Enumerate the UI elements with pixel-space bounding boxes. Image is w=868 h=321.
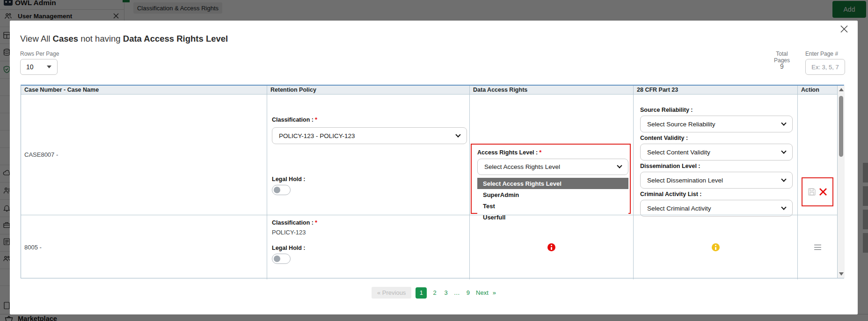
chevron-down-icon	[781, 120, 786, 125]
error-info-icon[interactable]	[547, 243, 555, 251]
table-row: CASE8007 - Classification :* POLICY-123 …	[21, 95, 837, 215]
title-middle: not having	[78, 34, 123, 44]
content-validity-select[interactable]: Select Content Validity	[640, 144, 793, 160]
enter-page-input[interactable]	[805, 59, 845, 75]
cases-table: Case Number - Case Name Retention Policy…	[21, 85, 844, 278]
enter-page-label: Enter Page #	[805, 51, 838, 57]
action-cell	[798, 215, 837, 279]
pagination-next-arrow[interactable]: »	[493, 289, 496, 296]
rows-per-page-value: 10	[26, 63, 34, 71]
scrollbar-thumb[interactable]	[839, 96, 843, 157]
dissemination-level-select[interactable]: Select Dissemination Level	[640, 172, 793, 189]
data-access-rights-cell: Access Rights Level :* Select Access Rig…	[470, 95, 634, 215]
column-header-case: Case Number - Case Name	[21, 86, 267, 95]
access-rights-select-value: Select Access Rights Level	[484, 163, 560, 170]
retention-policy-cell: Classification :* POLICY-123 - POLICY-12…	[267, 95, 470, 215]
action-highlight-box	[802, 177, 833, 206]
rows-per-page-select[interactable]: 10	[20, 59, 58, 75]
source-reliability-select[interactable]: Select Source Reliability	[640, 116, 793, 132]
classification-label: Classification :*	[272, 219, 317, 226]
menu-icon[interactable]	[814, 245, 821, 250]
scroll-down-icon[interactable]	[839, 272, 844, 276]
required-asterisk: *	[539, 149, 541, 156]
pagination-previous[interactable]: « Previous	[372, 287, 411, 299]
title-subject: Data Access Rights Level	[123, 34, 228, 44]
cfr-part-23-cell: Source Reliability : Select Source Relia…	[634, 95, 798, 215]
title-entity: Cases	[53, 34, 79, 44]
pagination-page-9[interactable]: 9	[465, 288, 472, 298]
chevron-down-icon	[781, 176, 786, 182]
page-title: View All Cases not having Data Access Ri…	[20, 34, 228, 44]
content-validity-label: Content Validity :	[640, 135, 688, 141]
pagination-ellipsis[interactable]: …	[454, 289, 460, 296]
criminal-activity-label: Criminal Activity List :	[640, 191, 702, 197]
access-rights-select[interactable]: Select Access Rights Level	[477, 159, 628, 175]
column-header-action: Action	[798, 86, 837, 95]
case-number-cell: CASE8007 -	[21, 95, 267, 215]
classification-select-value: POLICY-123 - POLICY-123	[279, 132, 355, 139]
toggle-knob	[274, 187, 280, 193]
table-scrollbar[interactable]	[837, 86, 845, 278]
dropdown-option-superadmin[interactable]: SuperAdmin	[477, 189, 628, 200]
column-header-retention: Retention Policy	[267, 86, 470, 95]
chevron-down-icon	[455, 132, 460, 137]
title-prefix: View All	[20, 34, 53, 44]
rows-per-page-label: Rows Per Page	[20, 51, 59, 57]
classification-select[interactable]: POLICY-123 - POLICY-123	[272, 127, 467, 144]
pagination-page-2[interactable]: 2	[431, 288, 438, 298]
warning-info-icon[interactable]	[712, 243, 720, 251]
total-pages-label: Total Pages	[768, 51, 795, 64]
close-icon[interactable]	[839, 24, 849, 34]
access-rights-label: Access Rights Level :*	[477, 149, 541, 156]
required-asterisk: *	[315, 219, 317, 226]
highlight-red-border: Access Rights Level :* Select Access Rig…	[471, 144, 631, 214]
column-header-data-access: Data Access Rights	[470, 86, 634, 95]
scroll-up-icon[interactable]	[839, 88, 844, 91]
dropdown-option-select[interactable]: Select Access Rights Level	[477, 178, 628, 189]
pagination-next[interactable]: Next	[476, 289, 489, 296]
data-access-rights-cell	[470, 215, 634, 279]
table-row: 8005 - Classification :* POLICY-123 Lega…	[21, 215, 837, 279]
cfr-part-23-cell	[634, 215, 798, 279]
toggle-knob	[274, 255, 280, 262]
view-all-cases-modal: View All Cases not having Data Access Ri…	[10, 21, 858, 314]
total-pages-value: 9	[768, 63, 795, 70]
criminal-activity-select[interactable]: Select Criminal Activity	[640, 200, 793, 217]
column-header-cfr: 28 CFR Part 23	[634, 86, 798, 95]
classification-value: POLICY-123	[272, 229, 306, 236]
caret-down-icon	[47, 66, 51, 68]
legal-hold-label: Legal Hold :	[272, 245, 306, 251]
delete-x-icon[interactable]	[818, 187, 828, 197]
retention-policy-cell: Classification :* POLICY-123 Legal Hold …	[267, 215, 470, 279]
chevron-down-icon	[781, 204, 786, 210]
legal-hold-toggle[interactable]	[272, 254, 291, 264]
legal-hold-label: Legal Hold :	[272, 176, 306, 182]
pagination-page-3[interactable]: 3	[443, 288, 450, 298]
required-asterisk: *	[315, 116, 317, 123]
dropdown-option-test[interactable]: Test	[477, 200, 628, 212]
legal-hold-toggle[interactable]	[272, 185, 291, 195]
dissemination-level-label: Dissemination Level :	[640, 163, 700, 169]
pagination-page-1[interactable]: 1	[416, 287, 427, 299]
screen: OWL Admin Classification & Access Rights…	[0, 0, 868, 321]
case-number-cell: 8005 -	[21, 215, 267, 279]
classification-label: Classification :*	[272, 116, 317, 123]
pagination: « Previous 1 2 3 … 9 Next »	[10, 287, 858, 299]
action-cell	[798, 95, 837, 215]
source-reliability-label: Source Reliability :	[640, 107, 693, 113]
save-icon[interactable]	[808, 188, 816, 196]
chevron-down-icon	[617, 163, 622, 168]
chevron-down-icon	[781, 148, 786, 153]
